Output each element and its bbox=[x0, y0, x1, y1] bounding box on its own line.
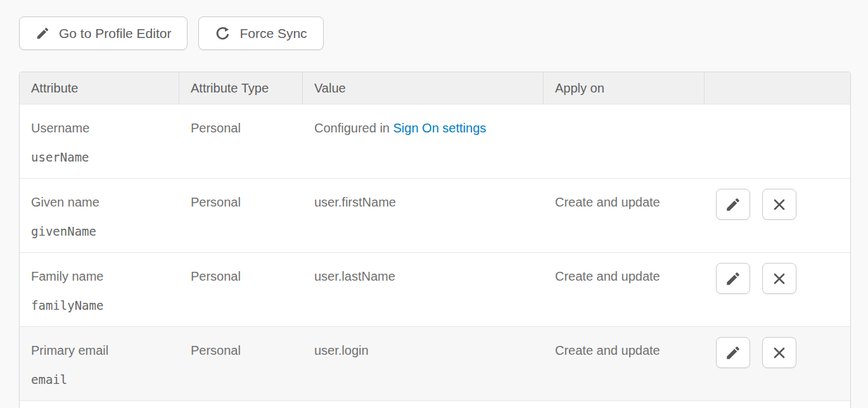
pencil-icon bbox=[725, 271, 741, 287]
pencil-icon bbox=[725, 196, 741, 213]
attribute-cell: Primary email email bbox=[20, 327, 179, 400]
attribute-cell: Given name givenName bbox=[20, 179, 179, 252]
apply-on-cell: Create and update bbox=[544, 327, 705, 400]
delete-attribute-button[interactable] bbox=[762, 337, 796, 368]
attribute-variable: familyName bbox=[31, 298, 173, 314]
header-value: Value bbox=[303, 72, 544, 104]
force-sync-label: Force Sync bbox=[239, 26, 307, 41]
edit-attribute-button[interactable] bbox=[716, 337, 750, 368]
table-row: Given name givenName Personal user.first… bbox=[20, 178, 850, 252]
attribute-label: Primary email bbox=[31, 343, 173, 359]
header-actions bbox=[705, 72, 850, 104]
apply-on-cell: Create and update bbox=[544, 179, 705, 252]
go-to-profile-editor-button[interactable]: Go to Profile Editor bbox=[19, 16, 188, 50]
table-row: Username userName Personal Configured in… bbox=[20, 104, 850, 178]
attribute-variable: userName bbox=[31, 150, 173, 165]
actions-cell bbox=[705, 327, 850, 400]
go-to-profile-editor-label: Go to Profile Editor bbox=[59, 26, 171, 41]
apply-on-cell: Create and update bbox=[544, 253, 705, 326]
actions-cell bbox=[705, 253, 850, 326]
pencil-icon bbox=[35, 26, 50, 41]
table-header-row: Attribute Attribute Type Value Apply on bbox=[20, 72, 850, 104]
attribute-variable: givenName bbox=[31, 224, 173, 239]
attribute-mappings-table: Attribute Attribute Type Value Apply on … bbox=[19, 72, 851, 408]
edit-attribute-button[interactable] bbox=[716, 189, 750, 220]
actions-cell bbox=[705, 105, 850, 178]
header-attribute: Attribute bbox=[20, 72, 179, 104]
value-cell: Configured in Sign On settings bbox=[303, 105, 544, 178]
attribute-cell: Username userName bbox=[20, 105, 179, 178]
refresh-icon bbox=[215, 25, 231, 41]
table-row-partial bbox=[20, 400, 850, 408]
delete-attribute-button[interactable] bbox=[762, 263, 796, 294]
x-icon bbox=[771, 345, 788, 361]
attribute-label: Given name bbox=[31, 194, 173, 210]
toolbar: Go to Profile Editor Force Sync bbox=[0, 0, 868, 50]
attribute-type-cell: Personal bbox=[179, 327, 303, 400]
sign-on-settings-link[interactable]: Sign On settings bbox=[393, 121, 487, 135]
attribute-type-cell: Personal bbox=[179, 105, 303, 178]
attribute-cell: Family name familyName bbox=[20, 253, 179, 326]
actions-cell bbox=[705, 179, 850, 252]
attribute-type-cell: Personal bbox=[179, 253, 303, 326]
table-row: Family name familyName Personal user.las… bbox=[20, 252, 850, 326]
attribute-label: Username bbox=[31, 120, 173, 136]
apply-on-cell bbox=[544, 105, 705, 178]
value-cell: user.login bbox=[303, 327, 544, 400]
force-sync-button[interactable]: Force Sync bbox=[198, 16, 323, 50]
table-row: Primary email email Personal user.login … bbox=[20, 326, 850, 400]
x-icon bbox=[771, 196, 788, 213]
attribute-label: Family name bbox=[31, 269, 173, 284]
header-attribute-type: Attribute Type bbox=[179, 72, 303, 104]
delete-attribute-button[interactable] bbox=[762, 189, 796, 220]
attribute-type-cell: Personal bbox=[179, 179, 303, 252]
value-cell: user.lastName bbox=[303, 253, 544, 326]
value-cell: user.firstName bbox=[303, 179, 544, 252]
x-icon bbox=[771, 271, 788, 287]
header-apply-on: Apply on bbox=[544, 72, 705, 104]
value-text: Configured in bbox=[314, 121, 393, 135]
pencil-icon bbox=[725, 345, 741, 361]
attribute-variable: email bbox=[31, 372, 173, 388]
edit-attribute-button[interactable] bbox=[716, 263, 750, 294]
